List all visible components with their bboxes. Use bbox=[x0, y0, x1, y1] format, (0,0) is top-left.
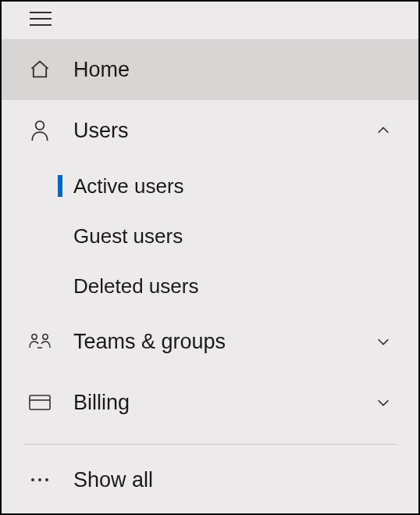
nav-item-home[interactable]: Home bbox=[2, 39, 418, 100]
chevron-down-icon bbox=[375, 333, 392, 350]
sub-label-guest-users: Guest users bbox=[73, 224, 183, 249]
nav-label-show-all: Show all bbox=[73, 468, 392, 492]
home-icon bbox=[28, 59, 52, 80]
nav-label-billing: Billing bbox=[73, 391, 375, 415]
nav-item-billing[interactable]: Billing bbox=[2, 372, 418, 433]
sub-label-active-users: Active users bbox=[73, 174, 184, 198]
billing-icon bbox=[28, 394, 52, 411]
ellipsis-icon bbox=[28, 477, 52, 483]
svg-point-10 bbox=[38, 478, 41, 481]
sub-item-deleted-users[interactable]: Deleted users bbox=[2, 261, 418, 311]
nav-divider bbox=[23, 444, 397, 445]
users-sublist: Active users Guest users Deleted users bbox=[2, 161, 418, 311]
nav-item-show-all[interactable]: Show all bbox=[2, 449, 418, 510]
nav-item-users[interactable]: Users bbox=[2, 100, 418, 161]
svg-point-3 bbox=[36, 121, 44, 130]
user-icon bbox=[28, 120, 52, 141]
teams-icon bbox=[28, 332, 52, 351]
admin-nav-panel: Home Users Active users Guest users Dele… bbox=[2, 2, 418, 513]
sub-item-active-users[interactable]: Active users bbox=[2, 161, 418, 211]
svg-point-11 bbox=[45, 478, 48, 481]
chevron-down-icon bbox=[375, 394, 392, 411]
svg-rect-7 bbox=[30, 395, 50, 409]
nav-label-users: Users bbox=[73, 119, 375, 143]
chevron-up-icon bbox=[375, 122, 392, 139]
sub-label-deleted-users: Deleted users bbox=[73, 274, 198, 299]
nav-label-teams: Teams & groups bbox=[73, 330, 375, 354]
nav-label-home: Home bbox=[73, 58, 392, 82]
svg-point-5 bbox=[43, 334, 48, 339]
svg-point-9 bbox=[31, 478, 34, 481]
menu-toggle-button[interactable] bbox=[2, 2, 418, 36]
hamburger-icon bbox=[30, 11, 52, 27]
sub-item-guest-users[interactable]: Guest users bbox=[2, 211, 418, 261]
svg-point-4 bbox=[32, 334, 37, 339]
nav-item-teams-groups[interactable]: Teams & groups bbox=[2, 311, 418, 372]
